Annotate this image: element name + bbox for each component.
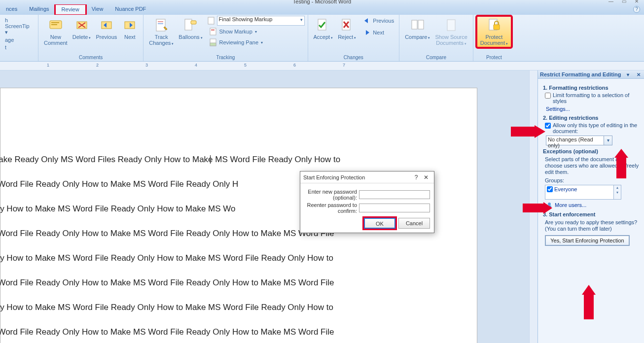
- title-bar: Testing - Microsoft Word — ▭ ✕: [0, 0, 644, 4]
- new-password-input[interactable]: [359, 190, 430, 199]
- doc-line[interactable]: dy Only How to Make MS Word File Ready O…: [0, 295, 477, 320]
- markup-combo-icon: [207, 16, 216, 25]
- next-icon: [122, 18, 137, 33]
- group-tracking: Track Changes Balloons Final Showing Mar…: [143, 15, 308, 61]
- show-markup-button[interactable]: Show Markup▾: [207, 27, 305, 36]
- tab-references[interactable]: nces: [0, 4, 23, 15]
- compare-icon: [410, 18, 425, 33]
- ruler-mark: 5: [244, 63, 247, 68]
- ruler-mark: 2: [96, 63, 99, 68]
- next-comment-button[interactable]: Next: [119, 16, 140, 40]
- ruler-mark: 3: [145, 63, 148, 68]
- show-source-label: Show Source Documents: [435, 34, 467, 47]
- language-button-cut[interactable]: age: [3, 36, 16, 43]
- protect-document-button[interactable]: Protect Document: [476, 16, 512, 48]
- start-enforcing-button[interactable]: Yes, Start Enforcing Protection: [545, 235, 630, 246]
- next-change-label: Next: [373, 30, 384, 35]
- reenter-password-input[interactable]: [359, 204, 430, 212]
- more-users-link[interactable]: More users...: [546, 202, 640, 208]
- document-area[interactable]: y to Make Ready Only MS Word Files Ready…: [0, 70, 537, 343]
- ruler-mark: 6: [293, 63, 296, 68]
- allow-editing-input[interactable]: [545, 123, 551, 129]
- annotation-arrow: [511, 125, 545, 138]
- group-label-changes: Changes: [311, 54, 396, 61]
- previous-comment-button[interactable]: Previous: [93, 16, 119, 40]
- close-window-button[interactable]: ✕: [630, 0, 643, 4]
- allow-editing-label: Allow only this type of editing in the d…: [553, 122, 640, 134]
- previous-comment-label: Previous: [96, 34, 117, 40]
- reject-icon: [340, 18, 355, 33]
- group-protect: Protect Document Protect: [473, 15, 515, 61]
- new-comment-button[interactable]: New Comment: [41, 16, 70, 46]
- delete-comment-label: Delete: [72, 34, 91, 41]
- minimize-button[interactable]: —: [605, 0, 617, 4]
- tab-nuance-pdf[interactable]: Nuance PDF: [109, 4, 152, 15]
- new-password-label: Enter new password (optional):: [304, 189, 359, 201]
- ruler-mark: 7: [343, 63, 345, 68]
- compare-button[interactable]: Compare: [402, 16, 432, 41]
- group-label-comments: Comments: [41, 54, 140, 61]
- svg-rect-1: [51, 22, 59, 23]
- dialog-close-icon[interactable]: ✕: [421, 174, 431, 181]
- svg-marker-25: [366, 30, 369, 35]
- svg-rect-30: [494, 25, 500, 30]
- reject-button[interactable]: Reject: [335, 16, 358, 41]
- pane-close-icon[interactable]: ✕: [635, 72, 642, 77]
- show-source-button[interactable]: Show Source Documents: [432, 16, 469, 47]
- reviewing-pane-button[interactable]: Reviewing Pane▾: [207, 37, 305, 47]
- limit-formatting-input[interactable]: [545, 93, 551, 99]
- horizontal-ruler[interactable]: 1 2 3 4 5 6 7: [0, 62, 644, 70]
- tab-view[interactable]: View: [86, 4, 109, 15]
- balloons-button[interactable]: Balloons: [176, 16, 205, 41]
- allow-editing-checkbox[interactable]: Allow only this type of editing in the d…: [545, 122, 640, 134]
- group-label-proofing: [3, 54, 35, 61]
- ok-button[interactable]: OK: [364, 218, 395, 229]
- track-changes-icon: [154, 18, 169, 33]
- svg-marker-33: [511, 125, 545, 138]
- groups-listbox[interactable]: Everyone: [545, 185, 621, 200]
- group-comments: New Comment Delete Previous Next Comment…: [38, 15, 143, 61]
- group-compare: Compare Show Source Documents Compare: [399, 15, 473, 61]
- editing-type-select[interactable]: No changes (Read only): [546, 136, 612, 145]
- word-count-button-cut[interactable]: t: [3, 44, 8, 51]
- reviewing-pane-label: Reviewing Pane: [219, 39, 259, 45]
- help-icon[interactable]: ?: [633, 6, 640, 13]
- formatting-settings-link[interactable]: Settings...: [546, 106, 640, 112]
- reenter-password-label: Reenter password to confirm:: [304, 202, 359, 214]
- annotation-arrow: [614, 149, 628, 178]
- tab-review[interactable]: Review: [55, 4, 86, 15]
- tab-mailings[interactable]: Mailings: [23, 4, 55, 15]
- doc-line[interactable]: e MS Word File Ready Only How to Make MS…: [0, 271, 477, 295]
- everyone-checkbox[interactable]: [547, 186, 553, 192]
- accept-icon: [316, 18, 330, 33]
- svg-marker-36: [582, 285, 596, 319]
- window-title: Testing - Microsoft Word: [293, 0, 351, 4]
- groups-scrollbar[interactable]: [613, 185, 621, 199]
- maximize-button[interactable]: ▭: [617, 0, 630, 4]
- text-cursor: [210, 155, 211, 165]
- previous-change-button[interactable]: Previous: [360, 16, 396, 26]
- pane-menu-icon[interactable]: ▾: [625, 72, 631, 77]
- screen-tip-button[interactable]: h ScreenTip ▾: [3, 17, 35, 36]
- accept-label: Accept: [314, 34, 333, 41]
- accept-button[interactable]: Accept: [311, 16, 336, 41]
- track-changes-button[interactable]: Track Changes: [146, 16, 176, 47]
- limit-formatting-checkbox[interactable]: Limit formatting to a selection of style…: [545, 92, 640, 104]
- svg-rect-14: [191, 21, 196, 24]
- show-markup-icon: [209, 27, 218, 36]
- markup-view-combo[interactable]: Final Showing Markup: [217, 16, 305, 26]
- next-change-button[interactable]: Next: [360, 28, 396, 37]
- svg-rect-16: [210, 28, 216, 35]
- track-changes-label: Track Changes: [149, 34, 174, 47]
- annotation-arrow: [523, 202, 552, 214]
- reviewing-pane-icon: [209, 38, 218, 47]
- doc-line[interactable]: y to Make Ready Only MS Word Files Ready…: [0, 147, 477, 172]
- dialog-help-icon[interactable]: ?: [411, 174, 421, 181]
- doc-line[interactable]: e MS Word File Ready Only How to Make MS…: [0, 320, 477, 343]
- cancel-button[interactable]: Cancel: [398, 218, 430, 229]
- doc-line[interactable]: dy Only How to Make MS Word File Ready O…: [0, 246, 477, 271]
- balloons-icon: [183, 18, 198, 33]
- svg-marker-34: [614, 149, 628, 178]
- svg-rect-10: [156, 19, 165, 31]
- delete-comment-button[interactable]: Delete: [70, 16, 94, 41]
